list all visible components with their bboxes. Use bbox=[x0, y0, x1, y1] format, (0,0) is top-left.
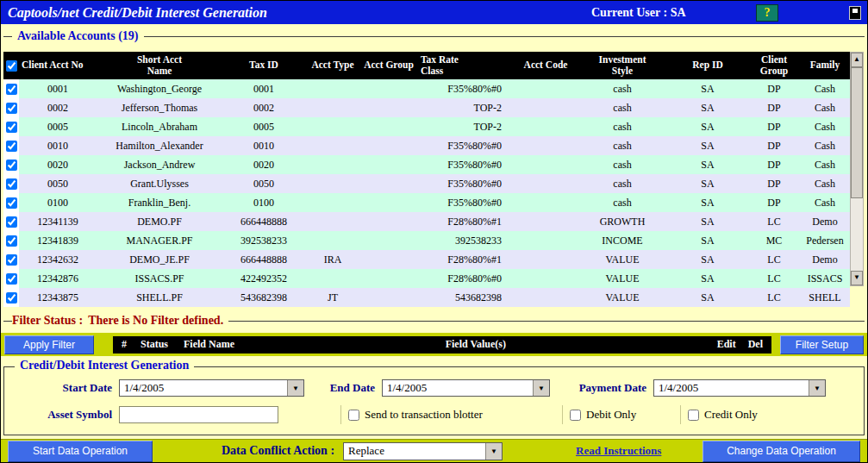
cell-short-acct-name: ISSACS.PF bbox=[97, 269, 222, 288]
filter-status-label: Filter Status : bbox=[12, 314, 83, 328]
account-row[interactable]: 12343875 SHELL.PF 543682398 JT 543682398… bbox=[3, 288, 850, 307]
scroll-up-icon[interactable]: ▲ bbox=[851, 53, 863, 67]
row-checkbox[interactable] bbox=[6, 273, 17, 285]
accounts-header-row: Client Acct No Short Acct Name Tax ID Ac… bbox=[3, 52, 850, 79]
send-to-blotter-checkbox[interactable] bbox=[348, 410, 359, 421]
row-checkbox[interactable] bbox=[6, 254, 17, 266]
scrollbar-track[interactable] bbox=[851, 198, 863, 271]
cell-tax-id: 422492352 bbox=[222, 269, 305, 288]
cell-tax-id: 0010 bbox=[222, 136, 305, 155]
cell-family: Pedersen bbox=[800, 231, 850, 250]
credit-only-checkbox-cell: Credit Only bbox=[680, 405, 791, 424]
cell-client-acct-no: 0020 bbox=[19, 155, 97, 174]
cell-acct-code bbox=[514, 174, 578, 193]
change-data-operation-button[interactable]: Change Data Operation bbox=[703, 441, 860, 462]
row-checkbox[interactable] bbox=[6, 292, 17, 303]
cell-investment-style: VALUE bbox=[578, 250, 667, 269]
row-checkbox[interactable] bbox=[6, 141, 17, 152]
row-checkbox[interactable] bbox=[6, 235, 17, 247]
cell-acct-group bbox=[360, 231, 417, 250]
row-checkbox[interactable] bbox=[6, 178, 17, 190]
row-select-cell bbox=[3, 117, 19, 136]
row-checkbox[interactable] bbox=[6, 122, 17, 133]
apply-filter-button[interactable]: Apply Filter bbox=[4, 335, 94, 354]
cell-investment-style: GROWTH bbox=[578, 212, 667, 231]
cell-client-acct-no: 0010 bbox=[19, 136, 97, 155]
account-row[interactable]: 0002 Jefferson_Thomas 0002 TOP-2 cash SA… bbox=[3, 98, 850, 117]
account-row[interactable]: 12341139 DEMO.PF 666448888 F28%80%#1 GRO… bbox=[3, 212, 850, 231]
end-date-combobox[interactable]: 1/4/2005 ▼ bbox=[382, 379, 550, 397]
chevron-down-icon[interactable]: ▼ bbox=[485, 443, 502, 460]
cell-tax-id: 0002 bbox=[222, 98, 305, 117]
cell-family: SHELL bbox=[800, 288, 850, 307]
asset-symbol-input[interactable] bbox=[119, 406, 278, 423]
cell-tax-rate-class: TOP-2 bbox=[417, 117, 514, 136]
col-header-client-group: Client Group bbox=[748, 52, 800, 79]
cell-rep-id: SA bbox=[667, 212, 748, 231]
cell-short-acct-name: Hamilton_Alexander bbox=[97, 136, 222, 155]
cell-short-acct-name: SHELL.PF bbox=[97, 288, 222, 307]
filter-status-message: There is No Filter defined. bbox=[83, 314, 223, 328]
row-checkbox[interactable] bbox=[6, 84, 17, 95]
window-icon[interactable] bbox=[849, 6, 861, 20]
data-conflict-action-select[interactable]: Replace ▼ bbox=[343, 442, 503, 460]
filter-setup-button[interactable]: Filter Setup bbox=[780, 335, 864, 354]
credit-only-checkbox[interactable] bbox=[688, 410, 699, 421]
cell-acct-type bbox=[305, 231, 360, 250]
accounts-group-title: Available Accounts (19) bbox=[12, 29, 144, 43]
cell-acct-type bbox=[305, 155, 360, 174]
start-data-operation-button[interactable]: Start Data Operation bbox=[8, 441, 153, 462]
cell-acct-group bbox=[360, 155, 417, 174]
help-icon[interactable]: ? bbox=[756, 4, 778, 22]
asset-symbol-label: Asset Symbol bbox=[4, 408, 119, 422]
debit-only-checkbox[interactable] bbox=[570, 410, 581, 421]
cell-client-acct-no: 12341839 bbox=[19, 231, 97, 250]
cell-tax-id: 666448888 bbox=[222, 250, 305, 269]
cell-acct-type bbox=[305, 98, 360, 117]
row-checkbox[interactable] bbox=[6, 160, 17, 171]
cell-acct-type: JT bbox=[305, 288, 360, 307]
accounts-section: Available Accounts (19) Client Acct No S… bbox=[1, 24, 867, 307]
account-row[interactable]: 12341839 MANAGER.PF 392538233 392538233 … bbox=[3, 231, 850, 250]
row-checkbox[interactable] bbox=[6, 103, 17, 114]
table-scrollbar[interactable]: ▲ ▼ bbox=[850, 52, 864, 286]
chevron-down-icon[interactable]: ▼ bbox=[809, 380, 825, 396]
cell-short-acct-name: Washington_George bbox=[97, 79, 222, 98]
row-select-cell bbox=[3, 269, 19, 288]
account-row[interactable]: 0010 Hamilton_Alexander 0010 F35%80%#0 c… bbox=[3, 136, 850, 155]
cell-investment-style: INCOME bbox=[578, 231, 667, 250]
cell-rep-id: SA bbox=[667, 174, 748, 193]
cell-client-group: DP bbox=[748, 98, 800, 117]
row-checkbox[interactable] bbox=[6, 216, 17, 228]
account-row[interactable]: 12342632 DEMO_JE.PF 666448888 IRA F28%80… bbox=[3, 250, 850, 269]
read-instructions-link[interactable]: Read Instructions bbox=[576, 444, 661, 458]
row-checkbox[interactable] bbox=[6, 197, 17, 209]
payment-date-combobox[interactable]: 1/4/2005 ▼ bbox=[653, 379, 826, 397]
cell-short-acct-name: Jackson_Andrew bbox=[97, 155, 222, 174]
start-date-combobox[interactable]: 1/4/2005 ▼ bbox=[119, 379, 304, 397]
cell-investment-style: cash bbox=[578, 136, 667, 155]
row-select-cell bbox=[3, 136, 19, 155]
account-row[interactable]: 12342876 ISSACS.PF 422492352 F28%80%#0 V… bbox=[3, 269, 850, 288]
cell-acct-group bbox=[360, 288, 417, 307]
account-row[interactable]: 0020 Jackson_Andrew 0020 F35%80%#0 cash … bbox=[3, 155, 850, 174]
chevron-down-icon[interactable]: ▼ bbox=[287, 380, 303, 396]
cell-rep-id: SA bbox=[667, 79, 748, 98]
account-row[interactable]: 0100 Franklin_Benj. 0100 F35%80%#0 cash … bbox=[3, 193, 850, 212]
chevron-down-icon[interactable]: ▼ bbox=[533, 380, 549, 396]
select-all-checkbox[interactable] bbox=[6, 60, 17, 72]
cell-acct-code bbox=[514, 288, 578, 307]
cell-acct-group bbox=[360, 98, 417, 117]
cell-tax-rate-class: 543682398 bbox=[417, 288, 514, 307]
scroll-down-icon[interactable]: ▼ bbox=[851, 271, 863, 285]
cell-investment-style: VALUE bbox=[578, 269, 667, 288]
blotter-checkbox-cell: Send to transaction blotter bbox=[340, 405, 538, 424]
scrollbar-thumb[interactable] bbox=[851, 67, 863, 198]
cell-investment-style: cash bbox=[578, 98, 667, 117]
cell-client-acct-no: 0050 bbox=[19, 174, 97, 193]
cell-client-acct-no: 0002 bbox=[19, 98, 97, 117]
account-row[interactable]: 0001 Washington_George 0001 F35%80%#0 ca… bbox=[3, 79, 850, 98]
account-row[interactable]: 0005 Lincoln_Abraham 0005 TOP-2 cash SA … bbox=[3, 117, 850, 136]
start-date-label: Start Date bbox=[4, 381, 119, 395]
account-row[interactable]: 0050 Grant.Ulysses 0050 F35%80%#0 cash S… bbox=[3, 174, 850, 193]
